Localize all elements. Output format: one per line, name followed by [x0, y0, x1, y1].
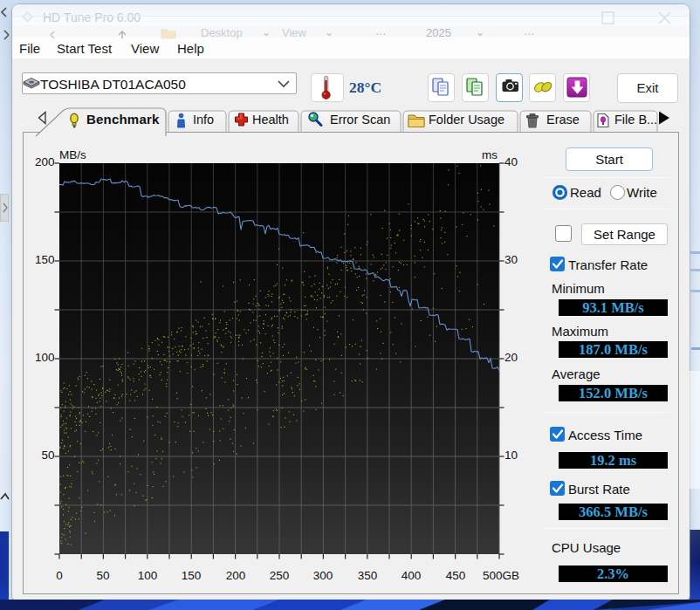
svg-text:150: 150	[35, 253, 55, 266]
svg-text:20: 20	[504, 351, 518, 364]
svg-text:File B...: File B...	[614, 113, 657, 127]
svg-text:Erase: Erase	[546, 113, 580, 127]
svg-text:100: 100	[35, 351, 55, 364]
svg-text:Folder Usage: Folder Usage	[429, 113, 504, 127]
svg-text:200: 200	[226, 569, 246, 582]
svg-text:500GB: 500GB	[483, 569, 519, 582]
svg-text:10: 10	[504, 449, 518, 462]
svg-text:30: 30	[504, 253, 518, 266]
svg-text:150: 150	[182, 569, 202, 582]
svg-text:0: 0	[56, 569, 63, 582]
svg-text:450: 450	[446, 569, 466, 582]
svg-text:Info: Info	[193, 113, 214, 127]
svg-text:Error Scan: Error Scan	[330, 113, 390, 127]
svg-text:40: 40	[504, 155, 518, 168]
svg-text:400: 400	[401, 569, 422, 582]
svg-text:50: 50	[96, 569, 109, 582]
svg-text:50: 50	[41, 449, 54, 462]
svg-text:Health: Health	[252, 113, 289, 127]
svg-text:200: 200	[35, 155, 55, 168]
svg-text:100: 100	[138, 569, 158, 582]
svg-text:250: 250	[270, 569, 290, 582]
svg-text:350: 350	[358, 569, 378, 582]
svg-text:Benchmark: Benchmark	[86, 112, 160, 127]
svg-text:ms: ms	[482, 148, 498, 161]
svg-text:MB/s: MB/s	[59, 148, 86, 161]
svg-text:300: 300	[313, 569, 333, 582]
